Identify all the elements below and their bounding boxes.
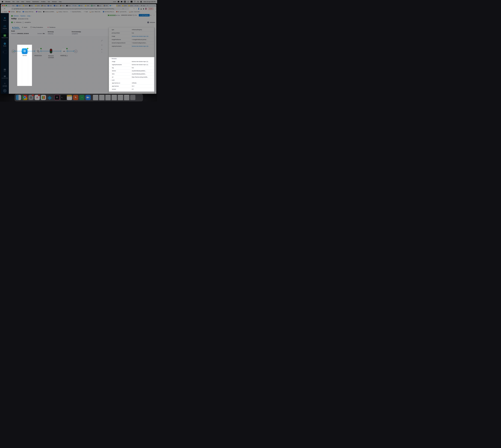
graph-edge bbox=[17, 51, 22, 51]
detail-key: version bbox=[112, 89, 116, 90]
detail-key: SHA bbox=[112, 73, 115, 75]
detail-key: tag bbox=[112, 67, 114, 68]
success-check-icon: ✓ bbox=[27, 48, 29, 49]
detail-row: SHAsha256:658c8eae64831... bbox=[109, 73, 154, 76]
gear-icon: ⚙ bbox=[23, 50, 26, 53]
code-icon: </> bbox=[26, 52, 27, 53]
detail-value[interactable]: harness-ken-docker-repo-1.jf... bbox=[132, 64, 149, 65]
detail-value: 4.0 bbox=[132, 89, 134, 90]
section-title: Metadata bbox=[112, 58, 117, 59]
metadata-spotlight-panel: ›Metadataimageharness-ken-docker-repo-1.… bbox=[109, 57, 155, 92]
detail-row: app.harness.io100hello bbox=[109, 81, 154, 85]
detail-row: registryHostnameharness-ken-docker-repo-… bbox=[109, 63, 154, 66]
detail-key: url bbox=[112, 76, 113, 78]
detail-key: app.harness.io bbox=[112, 82, 120, 84]
detail-key: SHAV2 bbox=[112, 70, 116, 72]
detail-value[interactable]: https://harness.jfrog.io/artifa... bbox=[132, 76, 148, 78]
detail-row: version4.0 bbox=[109, 88, 154, 91]
section-header-label[interactable]: ›Label bbox=[110, 80, 115, 81]
detail-row: urlhttps://harness.jfrog.io/artifa... bbox=[109, 76, 154, 79]
detail-key: image bbox=[112, 61, 115, 62]
chevron-up-icon[interactable]: › bbox=[110, 58, 111, 59]
detail-row: app.harness31.0 bbox=[109, 85, 154, 88]
detail-row: tagfour bbox=[109, 66, 154, 69]
detail-key: registryHostname bbox=[112, 64, 122, 65]
panel-scrollbar[interactable] bbox=[154, 57, 155, 92]
node-label: Service bbox=[17, 55, 32, 56]
section-title: Label bbox=[112, 80, 115, 81]
detail-row: imageharness-ken-docker-repo-1.jf... bbox=[109, 60, 154, 63]
detail-value: sha256:658c8eae64831... bbox=[132, 70, 146, 72]
detail-key: app.harness bbox=[112, 85, 119, 87]
screen: ChromeFileEditViewHistoryBookmarksProfil… bbox=[0, 0, 157, 102]
chevron-up-icon[interactable]: › bbox=[110, 80, 111, 80]
detail-value: 31.0 bbox=[132, 85, 134, 87]
section-header-metadata[interactable]: ›Metadata bbox=[110, 58, 117, 59]
detail-value: sha256:658c8eae64831... bbox=[132, 73, 146, 75]
detail-value: four bbox=[132, 67, 134, 68]
detail-value: 100hello bbox=[132, 82, 137, 84]
detail-row: SHAV2sha256:658c8eae64831... bbox=[109, 69, 154, 73]
detail-value[interactable]: harness-ken-docker-repo-1.jf... bbox=[132, 61, 149, 62]
service-node-spotlight: ⚙ ✓ </> Service bbox=[17, 45, 32, 86]
